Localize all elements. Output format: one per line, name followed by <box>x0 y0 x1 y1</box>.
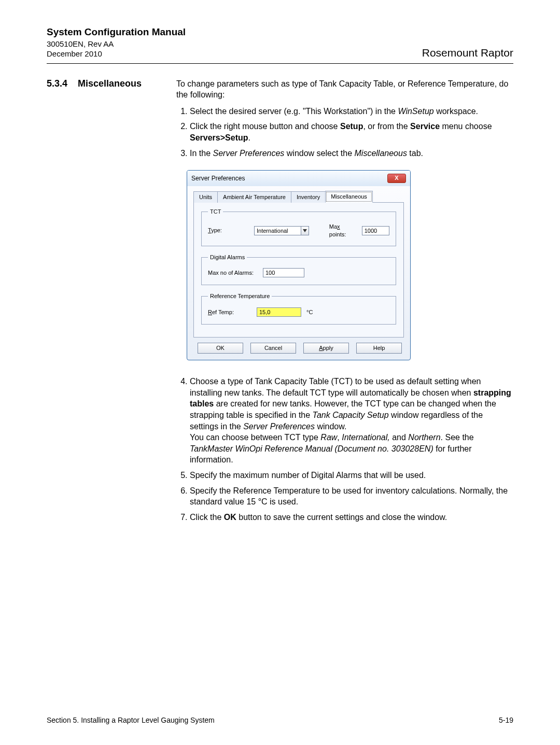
tab-units[interactable]: Units <box>193 191 218 203</box>
doc-title: System Configuration Manual <box>47 26 186 39</box>
tab-strip: Units Ambient Air Temperature Inventory … <box>193 190 404 203</box>
steps-list-continued: Choose a type of Tank Capacity Table (TC… <box>176 376 513 523</box>
step-7: Click the OK button to save the current … <box>190 512 513 523</box>
steps-list: Select the desired server (e.g. "This Wo… <box>176 106 513 159</box>
step-3: In the Server Preferences window select … <box>190 148 513 159</box>
tab-inventory[interactable]: Inventory <box>291 191 326 203</box>
max-points-input[interactable]: 1000 <box>362 226 389 235</box>
tab-panel-miscellaneous: TCT Type: International <box>193 203 404 338</box>
intro-paragraph: To change parameters such as type of Tan… <box>176 78 513 101</box>
digital-alarms-group: Digital Alarms Max no of Alarms: 100 <box>201 254 396 286</box>
step-4: Choose a type of Tank Capacity Table (TC… <box>190 376 513 466</box>
svg-marker-0 <box>303 229 307 232</box>
tct-type-label: Type: <box>208 227 249 234</box>
ref-temp-unit: °C <box>306 308 313 316</box>
section-title: Miscellaneous <box>78 78 142 89</box>
section-row: 5.3.4 Miscellaneous To change parameters… <box>47 78 513 527</box>
alarms-row: Max no of Alarms: 100 <box>208 268 389 277</box>
page-header: System Configuration Manual 300510EN, Re… <box>47 26 513 64</box>
section-heading: 5.3.4 Miscellaneous <box>47 78 156 89</box>
tct-legend: TCT <box>208 208 223 216</box>
max-alarms-input[interactable]: 100 <box>263 268 304 277</box>
dialog-body: Units Ambient Air Temperature Inventory … <box>187 186 410 360</box>
max-alarms-label: Max no of Alarms: <box>208 269 258 277</box>
ref-temp-label: Ref Temp: <box>208 308 251 316</box>
doc-number: 300510EN, Rev AA <box>47 39 186 49</box>
dialog-titlebar: Server Preferences X <box>187 171 410 186</box>
section-content: To change parameters such as type of Tan… <box>176 78 513 527</box>
step-1: Select the desired server (e.g. "This Wo… <box>190 106 513 117</box>
cancel-button[interactable]: Cancel <box>250 343 296 354</box>
digital-alarms-legend: Digital Alarms <box>208 254 247 261</box>
dialog-figure: Server Preferences X Units Ambient Air T… <box>187 170 411 360</box>
tct-type-value: International <box>254 226 301 235</box>
tct-row: Type: International Max points: <box>208 223 389 238</box>
dialog-button-row: OK Cancel Apply Help <box>193 338 404 359</box>
reftemp-row: Ref Temp: 15,0 °C <box>208 307 389 317</box>
dialog-title-text: Server Preferences <box>191 174 245 182</box>
brand-name: Rosemount Raptor <box>422 47 513 59</box>
section-number: 5.3.4 <box>47 78 67 89</box>
reference-temperature-group: Reference Temperature Ref Temp: 15,0 °C <box>201 292 396 325</box>
header-left: System Configuration Manual 300510EN, Re… <box>47 26 186 59</box>
ref-temp-input[interactable]: 15,0 <box>257 307 301 317</box>
doc-date: December 2010 <box>47 49 186 59</box>
footer-right: 5-19 <box>499 716 513 724</box>
help-button[interactable]: Help <box>356 343 402 354</box>
tct-type-dropdown[interactable]: International <box>254 226 309 235</box>
step-2: Click the right mouse button and choose … <box>190 121 513 143</box>
chevron-down-icon <box>301 226 309 235</box>
ok-button[interactable]: OK <box>198 343 243 354</box>
tab-ambient[interactable]: Ambient Air Temperature <box>217 191 291 203</box>
footer-left: Section 5. Installing a Raptor Level Gau… <box>47 716 215 724</box>
tct-group: TCT Type: International <box>201 208 396 246</box>
reference-temperature-legend: Reference Temperature <box>208 292 272 300</box>
document-page: System Configuration Manual 300510EN, Re… <box>0 0 560 745</box>
page-footer: Section 5. Installing a Raptor Level Gau… <box>47 716 513 724</box>
close-button[interactable]: X <box>387 174 406 183</box>
step-5: Specify the maximum number of Digital Al… <box>190 470 513 481</box>
server-preferences-dialog: Server Preferences X Units Ambient Air T… <box>187 170 411 360</box>
apply-button[interactable]: Apply <box>303 343 349 354</box>
step-6: Specify the Reference Temperature to be … <box>190 485 513 508</box>
max-points-label: Max points: <box>329 223 357 238</box>
tab-miscellaneous[interactable]: Miscellaneous <box>325 191 373 203</box>
